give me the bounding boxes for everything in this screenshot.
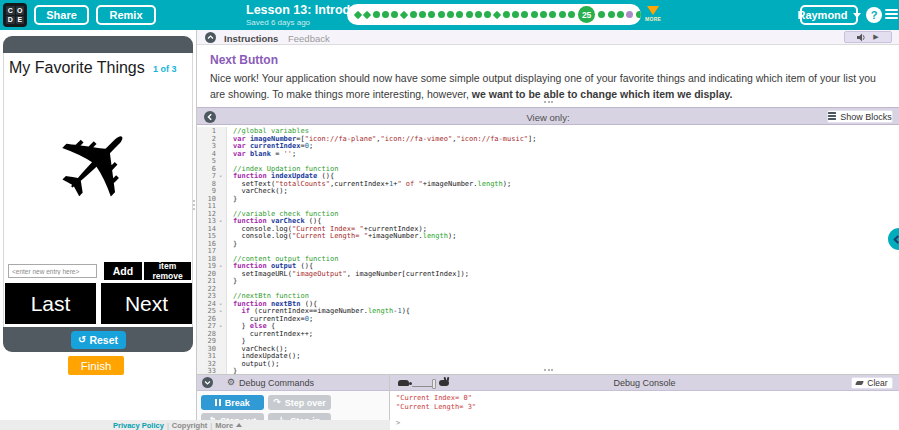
gutter-line-number: 29 (197, 337, 226, 345)
level-dot-assessment[interactable] (363, 10, 371, 18)
panel-resize-handle[interactable] (544, 369, 553, 371)
code-line: //index Updation function (233, 165, 537, 173)
level-dot[interactable] (466, 11, 473, 18)
code-line (233, 285, 537, 293)
app-title: My Favorite Things (9, 59, 145, 77)
level-dot[interactable] (598, 11, 605, 18)
view-only-label: View only: (197, 112, 899, 123)
tab-feedback[interactable]: Feedback (288, 33, 330, 44)
remix-button[interactable]: Remix (96, 5, 156, 25)
console-output-line: "Current Length= 3" (396, 403, 899, 411)
level-dot[interactable] (608, 11, 615, 18)
step-over-icon: ↷ (273, 398, 281, 407)
current-level-bubble[interactable]: 25 (578, 6, 595, 23)
level-dot[interactable] (373, 11, 380, 18)
gutter-line-number: 18 (197, 255, 226, 263)
level-dot[interactable] (456, 11, 463, 18)
more-link[interactable]: More (215, 421, 233, 430)
code-line (233, 157, 537, 165)
step-over-button[interactable]: ↷ Step over (268, 395, 331, 410)
gutter-line-number: 26 (197, 315, 226, 323)
collapse-debug-button[interactable] (202, 377, 213, 388)
level-dot[interactable] (617, 11, 624, 18)
code-editor[interactable]: 1234567-8910111213-141516171819-20212223… (197, 126, 899, 374)
progress-pill[interactable]: 25 (347, 4, 641, 25)
code-line: setImageURL("imageOutput", imageNumber[c… (233, 270, 537, 278)
level-dot[interactable] (636, 11, 641, 18)
level-dot[interactable] (484, 11, 491, 18)
phone-bottom-bar: ↺ Reset (3, 327, 193, 352)
column-resize-handle[interactable] (193, 200, 195, 212)
panel-resize-handle[interactable] (544, 101, 553, 103)
level-dot[interactable] (512, 11, 519, 18)
gutter-line-number: 21 (197, 277, 226, 285)
next-button[interactable]: Next (101, 283, 192, 324)
console-prompt[interactable]: > (396, 419, 400, 427)
code-line: } (233, 240, 537, 248)
code-line: currentIndex++; (233, 330, 537, 338)
gutter-line-number: 32 (197, 360, 226, 368)
level-dot[interactable] (531, 11, 538, 18)
code-org-logo[interactable]: C O D E (3, 3, 27, 27)
hamburger-menu-icon[interactable] (885, 9, 898, 21)
code-line: setText("totalCounts",currentIndex+1+" o… (233, 180, 537, 188)
plane-icon: ✈ (3, 64, 193, 263)
level-dot[interactable] (568, 11, 575, 18)
show-blocks-button[interactable]: Show Blocks (827, 110, 893, 123)
level-dot[interactable] (503, 11, 510, 18)
level-dot[interactable] (438, 11, 445, 18)
chevron-up-icon (236, 423, 242, 427)
level-dot[interactable] (447, 11, 454, 18)
debug-commands-header: ⚙ Debug Commands (197, 375, 389, 391)
level-dot[interactable] (540, 11, 547, 18)
app-header: C O D E Share Remix Lesson 13: Introduct… (0, 0, 899, 30)
pause-icon (215, 399, 221, 406)
finish-button[interactable]: Finish (68, 356, 124, 375)
level-dot[interactable] (549, 11, 556, 18)
item-remove-button[interactable]: item remove (144, 262, 191, 280)
gutter-line-number: 7- (197, 172, 226, 180)
level-dot[interactable] (521, 11, 528, 18)
last-button[interactable]: Last (5, 283, 96, 324)
level-dot-assessment[interactable] (493, 10, 501, 18)
collapse-instructions-button[interactable] (205, 32, 216, 43)
user-name: Raymond (797, 9, 847, 21)
level-dot[interactable] (410, 11, 417, 18)
share-button[interactable]: Share (34, 5, 89, 25)
level-dot[interactable] (391, 11, 398, 18)
add-button[interactable]: Add (104, 262, 142, 280)
level-dot[interactable] (419, 11, 426, 18)
level-dot-assessment[interactable] (353, 10, 361, 18)
privacy-policy-link[interactable]: Privacy Policy (113, 421, 164, 430)
level-dot-assessment[interactable] (400, 10, 408, 18)
debug-console-output[interactable]: "Current Index= 0""Current Length= 3"> (390, 392, 899, 430)
code-line: function output (){ (233, 262, 537, 270)
gear-icon: ⚙ (227, 378, 235, 387)
clear-console-button[interactable]: Clear (851, 377, 893, 389)
code-line: var imageNumber=["icon://fa-plane","icon… (233, 135, 537, 143)
level-dot[interactable] (382, 11, 389, 18)
new-entry-input[interactable] (8, 264, 97, 278)
instructions-text: Nice work! Your application should now h… (210, 71, 894, 102)
help-button[interactable]: ? (866, 7, 882, 23)
code-line: } (233, 195, 537, 203)
gutter-line-number: 24- (197, 300, 226, 308)
editor-gutter: 1234567-8910111213-141516171819-20212223… (197, 127, 227, 374)
level-dot[interactable] (626, 11, 633, 18)
reset-button[interactable]: ↺ Reset (71, 331, 126, 349)
code-line: } (233, 367, 537, 374)
break-button[interactable]: Break (201, 395, 264, 410)
editor-header: View only: Show Blocks (197, 107, 899, 125)
more-levels-marker[interactable]: MORE (645, 6, 661, 22)
code-line: var currentIndex=0; (233, 142, 537, 150)
level-dot[interactable] (428, 11, 435, 18)
code-line: //nextBtn function (233, 292, 537, 300)
debug-console-header: Debug Console Clear (390, 375, 899, 391)
level-dot[interactable] (559, 11, 566, 18)
user-menu-button[interactable]: Raymond (800, 5, 858, 25)
gutter-line-number: 20 (197, 270, 226, 278)
level-dot[interactable] (475, 11, 482, 18)
tab-instructions[interactable]: Instructions (224, 33, 278, 44)
audio-controls[interactable]: ▶ (844, 31, 892, 43)
copyright-link[interactable]: Copyright (172, 421, 207, 430)
